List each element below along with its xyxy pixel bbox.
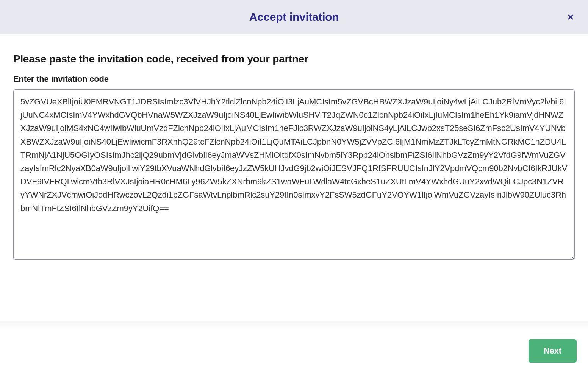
modal-header: Accept invitation [0,0,588,34]
prompt-heading: Please paste the invitation code, receiv… [13,53,575,65]
invitation-code-input[interactable] [13,89,575,260]
modal-body: Please paste the invitation code, receiv… [0,34,588,329]
invitation-code-label: Enter the invitation code [13,74,575,84]
next-button[interactable]: Next [529,339,577,363]
close-icon [567,13,574,21]
close-button[interactable] [564,10,577,24]
modal-title: Accept invitation [249,11,339,23]
modal-footer: Next [0,329,588,374]
